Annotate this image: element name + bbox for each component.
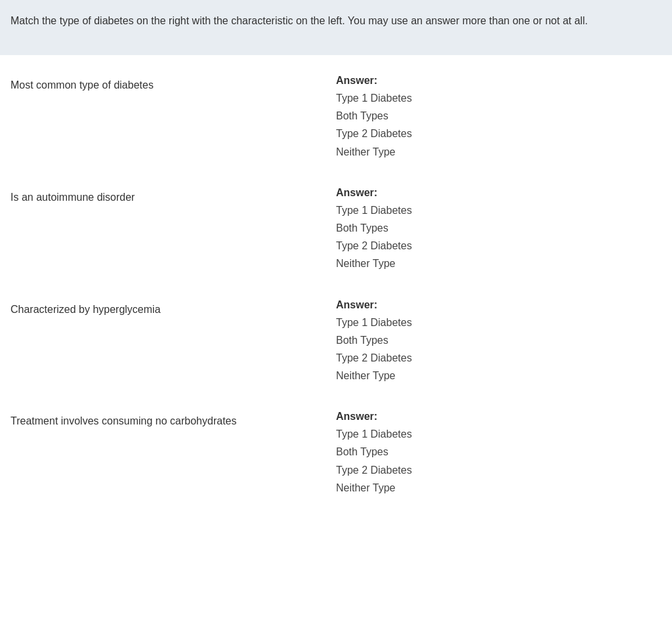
answer-column-3: Answer: Type 1 Diabetes Both Types Type … <box>336 299 662 385</box>
answer-option-2-type2[interactable]: Type 2 Diabetes <box>336 237 662 255</box>
question-text-3: Characterized by hyperglycemia <box>10 299 336 318</box>
answer-label-3: Answer: <box>336 299 662 311</box>
answer-column-2: Answer: Type 1 Diabetes Both Types Type … <box>336 187 662 273</box>
question-row-4: Treatment involves consuming no carbohyd… <box>10 411 662 497</box>
question-row-3: Characterized by hyperglycemia Answer: T… <box>10 299 662 385</box>
answer-option-3-neither[interactable]: Neither Type <box>336 367 662 384</box>
answer-option-2-neither[interactable]: Neither Type <box>336 255 662 272</box>
answer-option-3-type2[interactable]: Type 2 Diabetes <box>336 349 662 367</box>
answer-label-4: Answer: <box>336 411 662 423</box>
questions-container: Most common type of diabetes Answer: Typ… <box>0 75 672 497</box>
answer-column-4: Answer: Type 1 Diabetes Both Types Type … <box>336 411 662 497</box>
answer-option-2-type1[interactable]: Type 1 Diabetes <box>336 201 662 219</box>
answer-option-1-type2[interactable]: Type 2 Diabetes <box>336 125 662 142</box>
answer-option-3-both[interactable]: Both Types <box>336 331 662 349</box>
answer-label-2: Answer: <box>336 187 662 199</box>
answer-option-4-type2[interactable]: Type 2 Diabetes <box>336 461 662 479</box>
answer-label-1: Answer: <box>336 75 662 87</box>
question-text-1: Most common type of diabetes <box>10 75 336 93</box>
answer-option-1-type1[interactable]: Type 1 Diabetes <box>336 89 662 107</box>
answer-option-3-type1[interactable]: Type 1 Diabetes <box>336 314 662 331</box>
question-text-4: Treatment involves consuming no carbohyd… <box>10 411 336 429</box>
answer-option-2-both[interactable]: Both Types <box>336 219 662 237</box>
question-row-1: Most common type of diabetes Answer: Typ… <box>10 75 662 161</box>
instruction-box: Match the type of diabetes on the right … <box>0 0 672 55</box>
question-text-2: Is an autoimmune disorder <box>10 187 336 205</box>
answer-column-1: Answer: Type 1 Diabetes Both Types Type … <box>336 75 662 161</box>
answer-option-4-both[interactable]: Both Types <box>336 443 662 461</box>
answer-option-1-neither[interactable]: Neither Type <box>336 143 662 161</box>
answer-option-1-both[interactable]: Both Types <box>336 107 662 125</box>
instruction-text: Match the type of diabetes on the right … <box>10 15 588 26</box>
answer-option-4-type1[interactable]: Type 1 Diabetes <box>336 425 662 443</box>
answer-option-4-neither[interactable]: Neither Type <box>336 479 662 497</box>
question-row-2: Is an autoimmune disorder Answer: Type 1… <box>10 187 662 273</box>
